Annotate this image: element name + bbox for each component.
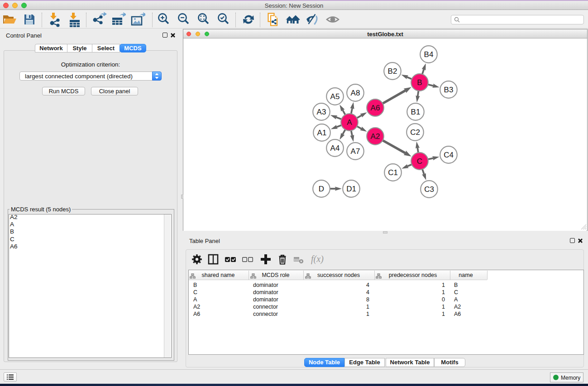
svg-text:B4: B4 — [424, 50, 434, 59]
svg-text:B3: B3 — [444, 86, 454, 94]
svg-text:A8: A8 — [351, 89, 360, 97]
svg-text:D: D — [319, 185, 324, 193]
svg-text:A2: A2 — [371, 132, 380, 141]
svg-text:B1: B1 — [411, 108, 421, 116]
svg-text:C3: C3 — [424, 185, 434, 194]
svg-text:C: C — [417, 157, 422, 166]
svg-text:C1: C1 — [388, 168, 398, 177]
svg-text:C2: C2 — [410, 128, 420, 137]
svg-text:A7: A7 — [351, 147, 360, 156]
svg-text:A: A — [347, 118, 352, 127]
svg-text:B: B — [417, 78, 422, 87]
svg-text:D1: D1 — [346, 185, 356, 193]
svg-text:A6: A6 — [371, 104, 380, 112]
svg-text:A3: A3 — [317, 108, 326, 116]
svg-text:B2: B2 — [388, 67, 397, 76]
svg-text:C4: C4 — [444, 151, 454, 159]
svg-text:A4: A4 — [330, 144, 340, 152]
svg-text:A5: A5 — [330, 92, 340, 101]
svg-text:A1: A1 — [317, 129, 327, 137]
